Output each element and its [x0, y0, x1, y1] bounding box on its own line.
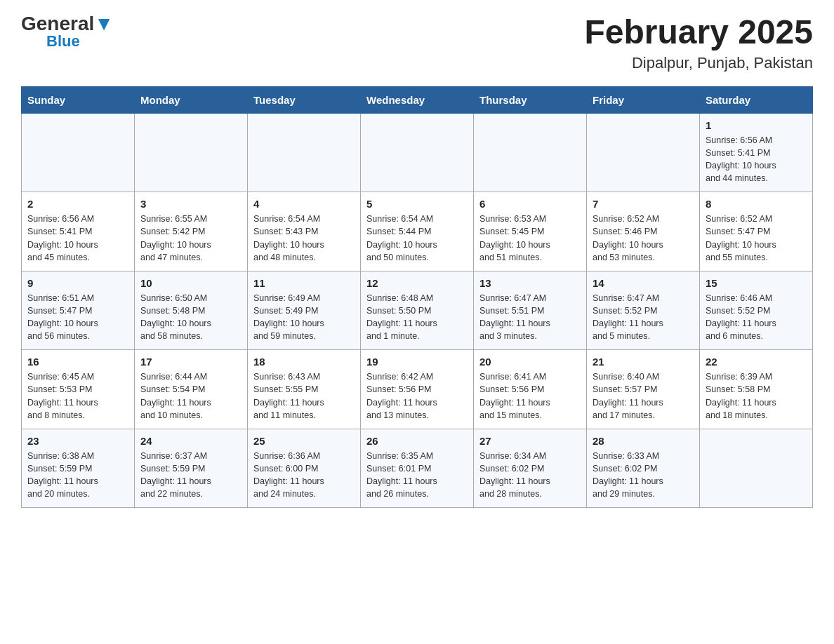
day-number: 19 [366, 356, 468, 368]
calendar-day-cell: 7Sunrise: 6:52 AM Sunset: 5:46 PM Daylig… [587, 192, 700, 271]
calendar-week-row: 1Sunrise: 6:56 AM Sunset: 5:41 PM Daylig… [22, 113, 813, 192]
day-number: 10 [140, 277, 241, 289]
day-info: Sunrise: 6:54 AM Sunset: 5:44 PM Dayligh… [366, 213, 468, 264]
day-info: Sunrise: 6:51 AM Sunset: 5:47 PM Dayligh… [27, 292, 128, 343]
day-info: Sunrise: 6:52 AM Sunset: 5:47 PM Dayligh… [706, 213, 807, 264]
calendar-day-cell: 27Sunrise: 6:34 AM Sunset: 6:02 PM Dayli… [474, 429, 587, 508]
calendar-week-row: 9Sunrise: 6:51 AM Sunset: 5:47 PM Daylig… [22, 271, 813, 350]
calendar-day-cell: 12Sunrise: 6:48 AM Sunset: 5:50 PM Dayli… [361, 271, 474, 350]
calendar-table: SundayMondayTuesdayWednesdayThursdayFrid… [21, 86, 813, 509]
day-number: 28 [593, 435, 694, 447]
day-info: Sunrise: 6:40 AM Sunset: 5:57 PM Dayligh… [593, 370, 694, 422]
calendar-day-cell: 21Sunrise: 6:40 AM Sunset: 5:57 PM Dayli… [587, 350, 700, 429]
day-number: 24 [140, 435, 241, 447]
day-info: Sunrise: 6:55 AM Sunset: 5:42 PM Dayligh… [140, 213, 241, 264]
day-number: 1 [706, 119, 807, 131]
calendar-day-cell [135, 113, 248, 192]
calendar-day-cell: 16Sunrise: 6:45 AM Sunset: 5:53 PM Dayli… [22, 350, 135, 429]
calendar-day-cell: 24Sunrise: 6:37 AM Sunset: 5:59 PM Dayli… [135, 429, 248, 508]
page-header: General▼ Blue February 2025 Dipalpur, Pu… [21, 14, 813, 72]
day-number: 26 [366, 435, 468, 447]
day-number: 3 [140, 198, 241, 210]
calendar-week-row: 16Sunrise: 6:45 AM Sunset: 5:53 PM Dayli… [22, 350, 813, 429]
day-header-thursday: Thursday [474, 86, 587, 113]
day-info: Sunrise: 6:37 AM Sunset: 5:59 PM Dayligh… [140, 450, 241, 501]
calendar-day-cell: 26Sunrise: 6:35 AM Sunset: 6:01 PM Dayli… [361, 429, 474, 508]
day-info: Sunrise: 6:38 AM Sunset: 5:59 PM Dayligh… [27, 450, 128, 501]
day-header-tuesday: Tuesday [248, 86, 361, 113]
day-number: 2 [27, 198, 128, 210]
calendar-day-cell: 18Sunrise: 6:43 AM Sunset: 5:55 PM Dayli… [248, 350, 361, 429]
logo: General▼ Blue [21, 14, 114, 51]
calendar-day-cell [474, 113, 587, 192]
day-info: Sunrise: 6:33 AM Sunset: 6:02 PM Dayligh… [593, 450, 694, 501]
day-info: Sunrise: 6:42 AM Sunset: 5:56 PM Dayligh… [366, 370, 468, 422]
calendar-day-cell: 20Sunrise: 6:41 AM Sunset: 5:56 PM Dayli… [474, 350, 587, 429]
day-info: Sunrise: 6:35 AM Sunset: 6:01 PM Dayligh… [366, 450, 468, 501]
day-info: Sunrise: 6:46 AM Sunset: 5:52 PM Dayligh… [706, 292, 807, 343]
day-number: 15 [706, 277, 807, 289]
calendar-day-cell: 10Sunrise: 6:50 AM Sunset: 5:48 PM Dayli… [135, 271, 248, 350]
calendar-day-cell: 9Sunrise: 6:51 AM Sunset: 5:47 PM Daylig… [22, 271, 135, 350]
calendar-day-cell [22, 113, 135, 192]
day-info: Sunrise: 6:47 AM Sunset: 5:52 PM Dayligh… [593, 292, 694, 343]
day-info: Sunrise: 6:43 AM Sunset: 5:55 PM Dayligh… [253, 370, 355, 422]
calendar-title: February 2025 [584, 14, 813, 51]
calendar-day-cell: 28Sunrise: 6:33 AM Sunset: 6:02 PM Dayli… [587, 429, 700, 508]
calendar-day-cell [248, 113, 361, 192]
day-info: Sunrise: 6:45 AM Sunset: 5:53 PM Dayligh… [27, 370, 128, 422]
day-number: 18 [253, 356, 355, 368]
calendar-day-cell [361, 113, 474, 192]
day-number: 23 [27, 435, 128, 447]
logo-text: General▼ [21, 14, 114, 34]
day-number: 21 [593, 356, 694, 368]
day-number: 8 [706, 198, 807, 210]
calendar-day-cell: 8Sunrise: 6:52 AM Sunset: 5:47 PM Daylig… [700, 192, 813, 271]
day-number: 16 [27, 356, 128, 368]
day-number: 22 [706, 356, 807, 368]
title-block: February 2025 Dipalpur, Punjab, Pakistan [584, 14, 813, 72]
calendar-day-cell: 13Sunrise: 6:47 AM Sunset: 5:51 PM Dayli… [474, 271, 587, 350]
calendar-day-cell: 19Sunrise: 6:42 AM Sunset: 5:56 PM Dayli… [361, 350, 474, 429]
calendar-day-cell: 5Sunrise: 6:54 AM Sunset: 5:44 PM Daylig… [361, 192, 474, 271]
calendar-header-row: SundayMondayTuesdayWednesdayThursdayFrid… [22, 86, 813, 113]
day-number: 9 [27, 277, 128, 289]
calendar-day-cell: 22Sunrise: 6:39 AM Sunset: 5:58 PM Dayli… [700, 350, 813, 429]
calendar-day-cell [587, 113, 700, 192]
calendar-week-row: 2Sunrise: 6:56 AM Sunset: 5:41 PM Daylig… [22, 192, 813, 271]
day-number: 6 [479, 198, 581, 210]
calendar-day-cell: 25Sunrise: 6:36 AM Sunset: 6:00 PM Dayli… [248, 429, 361, 508]
day-number: 17 [140, 356, 241, 368]
logo-triangle-icon: ▼ [94, 13, 114, 34]
day-info: Sunrise: 6:54 AM Sunset: 5:43 PM Dayligh… [253, 213, 355, 264]
calendar-subtitle: Dipalpur, Punjab, Pakistan [584, 54, 813, 72]
day-info: Sunrise: 6:56 AM Sunset: 5:41 PM Dayligh… [27, 213, 128, 264]
calendar-day-cell: 6Sunrise: 6:53 AM Sunset: 5:45 PM Daylig… [474, 192, 587, 271]
day-header-saturday: Saturday [700, 86, 813, 113]
day-header-wednesday: Wednesday [361, 86, 474, 113]
calendar-day-cell: 17Sunrise: 6:44 AM Sunset: 5:54 PM Dayli… [135, 350, 248, 429]
day-info: Sunrise: 6:52 AM Sunset: 5:46 PM Dayligh… [593, 213, 694, 264]
logo-blue-text: Blue [46, 32, 80, 51]
day-info: Sunrise: 6:41 AM Sunset: 5:56 PM Dayligh… [479, 370, 581, 422]
calendar-day-cell: 1Sunrise: 6:56 AM Sunset: 5:41 PM Daylig… [700, 113, 813, 192]
calendar-week-row: 23Sunrise: 6:38 AM Sunset: 5:59 PM Dayli… [22, 429, 813, 508]
day-header-monday: Monday [135, 86, 248, 113]
day-number: 20 [479, 356, 581, 368]
day-number: 7 [593, 198, 694, 210]
day-number: 12 [366, 277, 468, 289]
day-number: 4 [253, 198, 355, 210]
day-info: Sunrise: 6:47 AM Sunset: 5:51 PM Dayligh… [479, 292, 581, 343]
day-info: Sunrise: 6:49 AM Sunset: 5:49 PM Dayligh… [253, 292, 355, 343]
day-info: Sunrise: 6:39 AM Sunset: 5:58 PM Dayligh… [706, 370, 807, 422]
day-info: Sunrise: 6:53 AM Sunset: 5:45 PM Dayligh… [479, 213, 581, 264]
day-number: 14 [593, 277, 694, 289]
calendar-day-cell: 15Sunrise: 6:46 AM Sunset: 5:52 PM Dayli… [700, 271, 813, 350]
day-number: 5 [366, 198, 468, 210]
calendar-day-cell: 14Sunrise: 6:47 AM Sunset: 5:52 PM Dayli… [587, 271, 700, 350]
day-info: Sunrise: 6:36 AM Sunset: 6:00 PM Dayligh… [253, 450, 355, 501]
day-number: 11 [253, 277, 355, 289]
calendar-day-cell: 2Sunrise: 6:56 AM Sunset: 5:41 PM Daylig… [22, 192, 135, 271]
calendar-day-cell: 4Sunrise: 6:54 AM Sunset: 5:43 PM Daylig… [248, 192, 361, 271]
day-info: Sunrise: 6:34 AM Sunset: 6:02 PM Dayligh… [479, 450, 581, 501]
